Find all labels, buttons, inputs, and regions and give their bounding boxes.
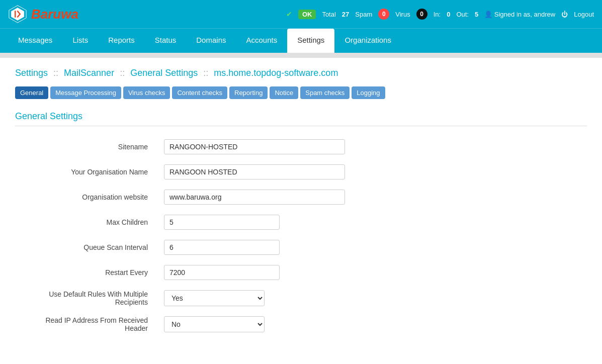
field-restart-every: Restart Every: [15, 260, 587, 285]
select-default-rules[interactable]: Yes No: [164, 290, 265, 306]
input-sitename[interactable]: [164, 139, 345, 154]
label-read-ip: Read IP Address From Received Header: [15, 311, 156, 337]
section-title: General Settings: [15, 111, 587, 126]
breadcrumb-sep2: ::: [120, 68, 127, 78]
out-count: 5: [475, 11, 478, 18]
total-count: 27: [342, 11, 349, 18]
tab-message-processing[interactable]: Message Processing: [50, 86, 121, 99]
in-count: 0: [447, 11, 450, 18]
tab-content-checks[interactable]: Content checks: [172, 86, 227, 99]
label-sitename: Sitename: [15, 134, 156, 159]
brand-name: Baruwa: [31, 7, 78, 22]
input-max-children[interactable]: [164, 215, 280, 230]
tab-general[interactable]: General: [15, 86, 48, 99]
field-default-rules: Use Default Rules With Multiple Recipien…: [15, 285, 587, 311]
breadcrumb: Settings :: MailScanner :: General Setti…: [15, 68, 587, 78]
label-default-rules: Use Default Rules With Multiple Recipien…: [15, 285, 156, 311]
nav-lists[interactable]: Lists: [62, 29, 98, 53]
settings-form: Sitename Your Organisation Name Organisa…: [15, 134, 587, 337]
tab-virus-checks[interactable]: Virus checks: [123, 86, 170, 99]
input-queue-scan[interactable]: [164, 240, 280, 255]
logout-button[interactable]: Logout: [574, 11, 594, 18]
nav-reports[interactable]: Reports: [98, 29, 145, 53]
label-queue-scan: Queue Scan Interval: [15, 235, 156, 260]
main-content: Settings :: MailScanner :: General Setti…: [0, 58, 602, 364]
navbar: Messages Lists Reports Status Domains Ac…: [0, 28, 602, 53]
virus-count: 0: [416, 9, 427, 20]
spam-count: 0: [378, 9, 389, 20]
select-read-ip[interactable]: Yes No: [164, 316, 265, 332]
nav-messages[interactable]: Messages: [8, 29, 62, 53]
breadcrumb-host[interactable]: ms.home.topdog-software.com: [214, 68, 338, 78]
status-ok-badge: OK: [298, 10, 316, 19]
field-queue-scan: Queue Scan Interval: [15, 235, 587, 260]
field-org-name: Your Organisation Name: [15, 159, 587, 185]
input-restart-every[interactable]: [164, 265, 280, 280]
nav-settings[interactable]: Settings: [287, 29, 334, 53]
out-label: Out:: [456, 11, 469, 18]
in-label: In:: [434, 11, 441, 18]
breadcrumb-sep3: ::: [203, 68, 211, 78]
signed-in-label: 👤 Signed in as, andrew: [484, 11, 555, 18]
nav-organizations[interactable]: Organizations: [334, 29, 401, 53]
breadcrumb-mailscanner[interactable]: MailScanner: [64, 68, 114, 78]
logo-area: Baruwa: [8, 5, 78, 24]
tab-logging[interactable]: Logging: [352, 86, 385, 99]
tab-reporting[interactable]: Reporting: [229, 86, 268, 99]
label-org-name: Your Organisation Name: [15, 159, 156, 185]
status-check-icon: ✔: [286, 10, 292, 18]
label-org-website: Organisation website: [15, 185, 156, 210]
spam-label: Spam: [355, 11, 372, 18]
tab-buttons: General Message Processing Virus checks …: [15, 86, 587, 99]
tab-spam-checks[interactable]: Spam checks: [300, 86, 350, 99]
subbar: [0, 53, 602, 58]
field-max-children: Max Children: [15, 210, 587, 235]
input-org-website[interactable]: [164, 190, 345, 205]
logo-icon: [8, 5, 27, 24]
nav-accounts[interactable]: Accounts: [236, 29, 287, 53]
total-label: Total: [322, 11, 335, 18]
nav-status[interactable]: Status: [145, 29, 187, 53]
logout-icon: ⏻: [561, 11, 568, 18]
nav-domains[interactable]: Domains: [186, 29, 236, 53]
field-org-website: Organisation website: [15, 185, 587, 210]
tab-notice[interactable]: Notice: [270, 86, 298, 99]
breadcrumb-sep1: ::: [53, 68, 61, 78]
breadcrumb-general-settings[interactable]: General Settings: [130, 68, 198, 78]
input-org-name[interactable]: [164, 164, 345, 179]
field-sitename: Sitename: [15, 134, 587, 159]
virus-label: Virus: [395, 11, 410, 18]
label-restart-every: Restart Every: [15, 260, 156, 285]
topbar-stats: ✔ OK Total 27 Spam 0 Virus 0 In: 0 Out: …: [286, 9, 594, 20]
label-max-children: Max Children: [15, 210, 156, 235]
topbar: Baruwa ✔ OK Total 27 Spam 0 Virus 0 In: …: [0, 0, 602, 28]
breadcrumb-settings[interactable]: Settings: [15, 68, 48, 78]
field-read-ip: Read IP Address From Received Header Yes…: [15, 311, 587, 337]
